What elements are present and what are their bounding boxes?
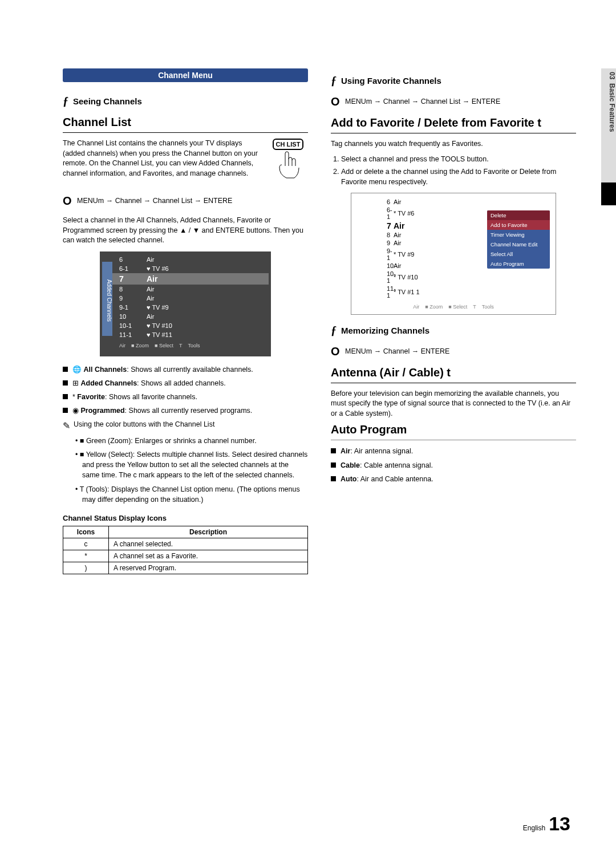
channel-list-title: Channel List [63,116,308,133]
channel-row: 11-1* TV #1 1 [355,285,552,299]
check-icon: ƒ [63,95,68,108]
popup-item: Select All [487,249,550,259]
hand-icon [274,150,302,182]
icons-th-desc: Description [109,526,308,538]
menu-path-1: O MENUm → Channel → Channel List → ENTER… [76,194,308,208]
using-favorite-label: Using Favorite Channels [341,76,441,86]
menu-path-3: O MENUm → Channel → ENTERE [345,345,576,358]
antenna-text: Before your television can begin memoriz… [331,389,576,419]
channel-type-item: * Favorite: Shows all favorite channels. [63,392,308,402]
menu-icon: O [331,345,340,358]
color-button-item: ■ Yellow (Select): Selects multiple chan… [82,449,308,480]
channel-list-preview: Added Channels 6Air6-1♥ TV #67Air8Air9Ai… [100,251,271,356]
icons-th-icons: Icons [63,526,109,538]
channel-type-list: 🌐 All Channels: Shows all currently avai… [63,364,308,416]
channel-row: 6Air [102,255,269,264]
favorite-steps: Select a channel and press the TOOLS but… [331,154,576,187]
auto-program-title: Auto Program [331,423,576,440]
color-buttons-note: ✎ Using the color buttons with the Chann… [63,420,308,431]
page-lang: English [523,824,545,832]
note-icon: ✎ [63,420,70,431]
channel-row: 11-1♥ TV #11 [102,330,269,339]
channel-type-item: ◉ Programmed: Shows all currently reserv… [63,405,308,416]
memorizing-label: Memorizing Channels [341,326,429,335]
tools-popup-menu: DeleteAdd to FavoriteTimer ViewingChanne… [487,210,550,269]
icons-table: Icons Description cA channel selected.*A… [63,526,308,574]
memorizing-heading: ƒ Memorizing Channels [331,324,576,337]
popup-item: Add to Favorite [487,220,550,230]
channel-row: 10-1* TV #10 [355,270,552,285]
page-num-value: 13 [549,813,570,835]
remote-chlist-icon: CH LIST [268,139,308,190]
popup-item: Channel Name Edit [487,240,550,249]
tv-footer-bar: Air■ Zoom■ SelectTTools [102,339,269,348]
table-row: *A channel set as a Favorite. [63,550,308,562]
section-name: Basic Features [608,83,616,132]
menu-path-2-text: MENUm → Channel → Channel List → ENTERE [345,98,500,106]
tag-intro: Tag channels you watch frequently as Fav… [331,139,576,149]
chlist-button-label: CH LIST [273,139,304,150]
channel-type-item: ⊞ Added Channels: Shows all added channe… [63,378,308,388]
sidebar-marker [601,182,616,205]
seeing-channels-label: Seeing Channels [73,96,142,106]
color-button-item: T (Tools): Displays the Channel List opt… [82,484,308,505]
step-item: Select a channel and press the TOOLS but… [341,154,576,164]
channel-menu-banner: Channel Menu [63,68,308,82]
menu-path-1-text: MENUm → Channel → Channel List → ENTERE [77,197,232,205]
popup-item: Timer Viewing [487,230,550,240]
menu-path-3-text: MENUm → Channel → ENTERE [345,347,449,355]
check-icon: ƒ [331,324,337,337]
table-row: )A reserved Program. [63,562,308,574]
popup-item: Auto Program [487,259,550,269]
menu-icon: O [331,95,340,108]
table-row: cA channel selected. [63,538,308,550]
page-number: English 13 [523,813,570,835]
add-delete-favorite-title: Add to Favorite / Delete from Favorite t [331,116,576,133]
right-column: ƒ Using Favorite Channels O MENUm → Chan… [331,68,576,574]
added-channels-tab: Added Channels [102,262,112,336]
color-button-item: ■ Green (Zoom): Enlarges or shrinks a ch… [82,436,308,446]
channel-row: 8Air [102,285,269,294]
left-column: Channel Menu ƒ Seeing Channels Channel L… [63,68,308,574]
chapter-number: 03 [608,72,616,79]
channel-row: 10Air [102,312,269,321]
channel-row: 7Air [102,273,269,285]
channel-row: 9Air [102,294,269,303]
favorite-footer-bar: Air■ Zoom■ SelectTTools [355,299,552,310]
popup-item: Delete [487,210,550,220]
favorite-preview: 6Air6-1* TV #67Air8Air9Air9-1* TV #910Ai… [351,193,556,315]
check-icon: ƒ [331,74,337,87]
channel-list-intro: The Channel List contains the channels y… [63,139,264,178]
sidebar-chapter-tab: 03 Basic Features [601,68,616,182]
auto-program-item: Cable: Cable antenna signal. [331,460,576,470]
step-item: Add or delete a the channel using the Ad… [341,167,576,187]
channel-row: 10-1♥ TV #10 [102,321,269,330]
channel-type-item: 🌐 All Channels: Shows all currently avai… [63,364,308,375]
channel-row: 9-1♥ TV #9 [102,303,269,312]
menu-path-2: O MENUm → Channel → Channel List → ENTER… [345,95,576,108]
channel-row: 6-1♥ TV #6 [102,264,269,273]
select-instruction: Select a channel in the All Channels, Ad… [63,216,308,246]
seeing-channels-heading: ƒ Seeing Channels [63,95,308,108]
auto-program-item: Auto: Air and Cable antenna. [331,474,576,484]
color-buttons-note-text: Using the color buttons with the Channel… [74,420,214,431]
icons-table-title: Channel Status Display Icons [63,514,308,522]
antenna-title: Antenna (Air / Cable) t [331,366,576,383]
auto-program-item: Air: Air antenna signal. [331,446,576,456]
color-button-sublist: ■ Green (Zoom): Enlarges or shrinks a ch… [63,436,308,505]
channel-row: 6Air [355,198,552,206]
using-favorite-heading: ƒ Using Favorite Channels [331,74,576,87]
auto-program-list: Air: Air antenna signal.Cable: Cable ant… [331,446,576,484]
menu-icon: O [63,194,72,207]
